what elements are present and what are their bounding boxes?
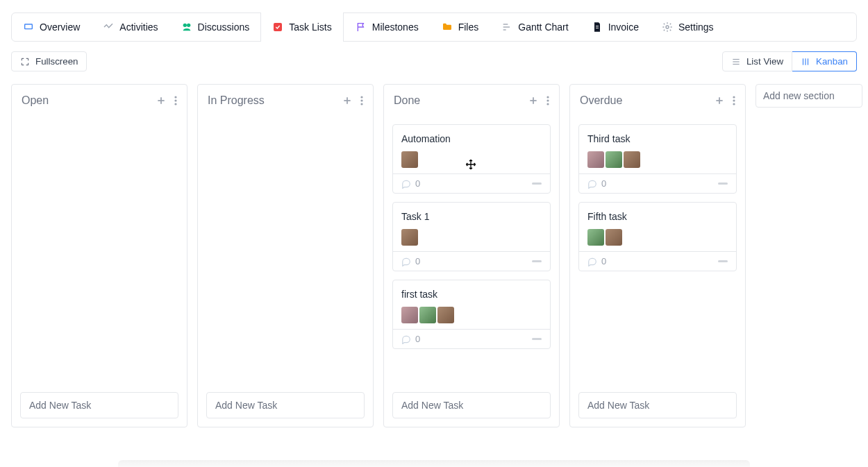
column-menu-icon[interactable]	[546, 96, 549, 105]
avatar-bug	[401, 229, 418, 246]
new-section	[756, 84, 862, 108]
column-body[interactable]	[198, 117, 373, 385]
add-card-icon[interactable]	[528, 96, 538, 105]
avatar-person	[401, 307, 418, 323]
avatar-dragon	[587, 229, 604, 246]
comment-count: 0	[415, 334, 420, 344]
kanban-board: OpenAdd New TaskIn ProgressAdd New TaskD…	[0, 71, 868, 427]
svg-point-20	[174, 96, 176, 98]
task-card[interactable]: Automation0	[392, 124, 551, 194]
fullscreen-button[interactable]: Fullscreen	[11, 51, 87, 71]
fullscreen-label: Fullscreen	[35, 56, 78, 67]
svg-rect-34	[532, 260, 542, 262]
comment-count: 0	[601, 256, 606, 266]
column-menu-icon[interactable]	[360, 96, 363, 105]
fullscreen-icon	[20, 57, 30, 67]
add-card-icon[interactable]	[156, 96, 166, 105]
tab-label: Overview	[40, 22, 80, 33]
card-assignees	[587, 229, 728, 246]
comment-count: 0	[415, 256, 420, 266]
column-header: In Progress	[198, 85, 373, 117]
add-card-icon[interactable]	[342, 96, 352, 105]
svg-rect-35	[532, 338, 542, 340]
avatar-bug	[606, 229, 622, 246]
tab-activities[interactable]: Activities	[91, 13, 169, 41]
svg-point-31	[546, 99, 549, 101]
column-menu-icon[interactable]	[174, 96, 177, 105]
tab-task-lists[interactable]: Task Lists	[260, 12, 343, 42]
tab-label: Gantt Chart	[518, 22, 568, 33]
column-body[interactable]	[12, 117, 187, 385]
add-task-input[interactable]: Add New Task	[206, 392, 365, 418]
list-icon	[731, 57, 741, 67]
activities-icon	[103, 22, 114, 33]
task-lists-icon	[272, 22, 283, 33]
list-view-label: List View	[746, 56, 783, 67]
tab-label: Task Lists	[289, 22, 331, 33]
bottom-shadow	[118, 460, 750, 467]
svg-point-30	[546, 96, 549, 98]
add-card-icon[interactable]	[715, 96, 724, 105]
invoice-icon	[592, 22, 603, 33]
column-open: OpenAdd New Task	[11, 84, 187, 427]
add-task-input[interactable]: Add New Task	[578, 392, 737, 418]
discussions-icon	[181, 22, 192, 33]
tab-discussions[interactable]: Discussions	[169, 13, 261, 41]
settings-icon	[662, 22, 673, 33]
overview-icon	[23, 22, 34, 33]
view-switch: List View Kanban	[722, 51, 857, 71]
tab-milestones[interactable]: Milestones	[344, 13, 430, 41]
column-body[interactable]: Automation0Task 10first task0	[384, 117, 559, 385]
svg-point-26	[360, 99, 362, 101]
avatar-dragon	[606, 151, 622, 168]
column-header: Done	[384, 85, 559, 117]
add-task-input[interactable]: Add New Task	[20, 392, 178, 418]
files-icon	[442, 22, 453, 33]
comment-count: 0	[415, 178, 420, 189]
svg-rect-1	[25, 25, 31, 28]
tab-settings[interactable]: Settings	[650, 13, 725, 41]
kanban-icon	[801, 57, 810, 67]
tab-invoice[interactable]: Invoice	[580, 13, 650, 41]
task-card[interactable]: Fifth task0	[578, 202, 737, 271]
avatar-dragon	[419, 307, 436, 323]
milestones-icon	[356, 22, 367, 33]
task-card[interactable]: Task 10	[392, 202, 551, 271]
svg-point-32	[546, 103, 549, 105]
new-section-input[interactable]	[756, 84, 862, 108]
tab-label: Settings	[678, 22, 714, 33]
svg-point-25	[360, 96, 362, 98]
tab-label: Discussions	[198, 22, 250, 33]
comment-icon	[401, 334, 411, 344]
avatar-bug	[624, 151, 640, 168]
tab-label: Milestones	[372, 22, 419, 33]
tab-overview[interactable]: Overview	[12, 13, 91, 41]
priority-icon	[718, 260, 728, 263]
list-view-button[interactable]: List View	[722, 51, 792, 71]
task-card[interactable]: first task0	[392, 280, 551, 349]
tab-gantt-chart[interactable]: Gantt Chart	[490, 13, 579, 41]
task-card[interactable]: Third task0	[578, 124, 737, 194]
column-header: Open	[12, 85, 187, 117]
svg-point-39	[733, 99, 735, 101]
tab-label: Activities	[119, 22, 158, 33]
gantt-icon	[501, 22, 512, 33]
add-task-input[interactable]: Add New Task	[392, 392, 551, 418]
svg-point-3	[187, 24, 190, 27]
comment-icon	[587, 179, 597, 189]
kanban-view-label: Kanban	[816, 56, 848, 67]
comment-icon	[587, 257, 597, 266]
column-in-progress: In ProgressAdd New Task	[197, 84, 374, 427]
svg-point-2	[183, 24, 186, 27]
tab-label: Files	[458, 22, 479, 33]
column-title: In Progress	[208, 94, 265, 107]
tab-files[interactable]: Files	[430, 13, 490, 41]
kanban-view-button[interactable]: Kanban	[792, 51, 857, 71]
svg-point-27	[360, 103, 362, 105]
column-body[interactable]: Third task0Fifth task0	[570, 117, 745, 385]
svg-point-38	[733, 96, 735, 98]
column-menu-icon[interactable]	[733, 96, 735, 105]
card-assignees	[401, 307, 542, 323]
column-title: Open	[22, 94, 49, 107]
column-title: Overdue	[580, 94, 622, 107]
